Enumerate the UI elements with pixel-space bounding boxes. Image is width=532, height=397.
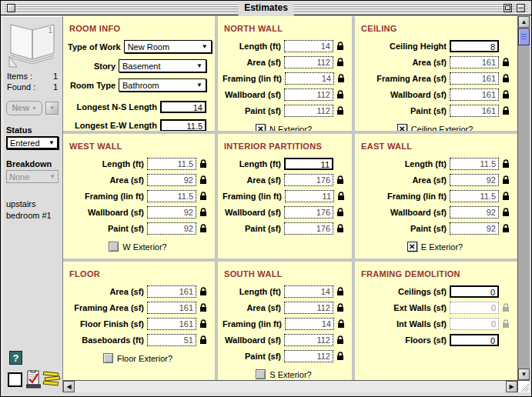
dropdown-story[interactable]: Basement▼ [119,59,206,72]
field-longest-n-s-length[interactable]: 14 [160,101,206,113]
new-button[interactable]: New ▼ [6,101,42,115]
resize-handle[interactable] [517,380,530,392]
field-paint-sf[interactable]: 176 [284,222,333,235]
checkbox-w-exterior[interactable] [109,242,119,252]
lock-icon[interactable] [198,159,208,169]
field-paint-sf[interactable]: 92 [450,222,499,235]
lock-icon[interactable] [335,287,345,297]
lock-icon[interactable] [198,287,208,297]
horizontal-scrollbar[interactable]: ◀ ▶ [63,380,517,392]
field-framing-lin-ft[interactable]: 11.5 [450,190,499,202]
scroll-right-icon[interactable]: ▶ [506,381,517,392]
field-framing-lin-ft[interactable]: 14 [285,72,334,85]
lock-icon[interactable] [198,303,208,313]
checkbox-floor-exterior[interactable] [103,353,113,363]
scroll-up-icon[interactable]: ▲ [518,16,530,28]
lock-icon[interactable] [500,192,510,202]
lock-icon[interactable] [500,90,510,100]
lock-icon[interactable] [500,224,510,234]
lock-icon[interactable] [336,192,346,202]
field-length-ft[interactable]: 11.5 [147,158,196,170]
scroll-down-icon[interactable]: ▼ [518,369,530,380]
field-area-sf[interactable]: 161 [147,285,196,298]
field-wallboard-sf[interactable]: 112 [284,334,333,346]
field-paint-sf[interactable]: 112 [284,350,333,362]
field-wallboard-sf[interactable]: 112 [284,88,333,101]
field-longest-e-w-length[interactable]: 11.5 [160,119,206,131]
field-paint-sf[interactable]: 112 [284,105,333,117]
field-framing-lin-ft[interactable]: 11 [285,190,334,202]
field-paint-sf[interactable]: 92 [147,222,196,235]
lock-icon[interactable] [500,208,510,218]
status-dropdown[interactable]: Entered ▼ [6,136,59,149]
vertical-scroll-thumb[interactable] [518,28,530,45]
lock-icon[interactable] [335,352,345,362]
field-framing-lin-ft[interactable]: 14 [285,318,334,330]
field-framing-lin-ft[interactable]: 11.5 [147,190,196,202]
dropdown-room-type[interactable]: Bathroom▼ [119,78,206,92]
lock-icon[interactable] [335,208,345,218]
collapse-box[interactable] [516,3,526,13]
dropdown-type-of-work[interactable]: New Room▼ [124,40,212,53]
lock-icon[interactable] [336,319,346,329]
lock-icon[interactable] [198,208,208,218]
lock-icon[interactable] [335,106,345,116]
vertical-scrollbar[interactable]: ▲ ▼ [517,16,530,380]
lock-icon[interactable] [335,224,345,234]
lock-icon[interactable] [500,319,510,329]
field-wallboard-sf[interactable]: 161 [450,88,499,101]
lock-icon[interactable] [198,319,208,329]
lock-icon[interactable] [198,175,208,185]
checkbox-e-exterior[interactable]: ✕ [407,242,417,252]
lock-icon[interactable] [335,90,345,100]
field-area-sf[interactable]: 161 [450,56,499,68]
field-area-sf[interactable]: 92 [147,174,196,186]
zoom-box[interactable] [503,3,513,13]
lock-icon[interactable] [500,303,510,313]
folding-ruler-icon[interactable] [42,371,61,386]
field-area-sf[interactable]: 112 [284,302,333,314]
checkbox-n-exterior[interactable]: ✕ [256,124,266,131]
close-box[interactable] [6,3,16,13]
field-framing-area-sf[interactable]: 161 [147,302,196,314]
field-ceiling-height[interactable]: 8 [450,40,499,52]
checkbox-ceiling-exterior[interactable]: ✕ [397,124,407,131]
field-wallboard-sf[interactable]: 92 [450,206,499,219]
lock-icon[interactable] [198,224,208,234]
field-baseboards-ft[interactable]: 51 [147,334,196,346]
field-length-ft[interactable]: 14 [284,285,333,298]
breakdown-dropdown[interactable]: None ▼ [6,170,59,183]
lock-icon[interactable] [335,335,345,345]
field-area-sf[interactable]: 176 [284,174,333,186]
field-paint-sf[interactable]: 161 [450,105,499,117]
new-menu-button[interactable]: ▼ [45,102,59,115]
lock-icon[interactable] [500,159,510,169]
field-area-sf[interactable]: 92 [450,174,499,186]
lock-icon[interactable] [335,175,345,185]
checkbox-s-exterior[interactable] [256,369,266,379]
lock-icon[interactable] [198,335,208,345]
field-int-walls-sf[interactable]: 0 [450,318,499,330]
field-length-ft[interactable]: 11 [284,158,333,170]
field-wallboard-sf[interactable]: 92 [147,206,196,219]
title-bar[interactable]: Estimates [1,1,531,15]
field-floor-finish-sf[interactable]: 161 [147,318,196,330]
help-icon[interactable]: ? [9,351,22,365]
lock-icon[interactable] [336,74,346,84]
lock-icon[interactable] [335,42,345,52]
field-framing-area-sf[interactable]: 161 [450,72,499,85]
lock-icon[interactable] [500,58,510,68]
lock-icon[interactable] [335,58,345,68]
lock-icon[interactable] [198,192,208,202]
lock-icon[interactable] [500,106,510,116]
field-area-sf[interactable]: 112 [284,56,333,68]
field-floors-sf[interactable]: 0 [450,334,499,346]
field-length-ft[interactable]: 11.5 [450,158,499,170]
checklist-icon[interactable] [26,370,41,389]
scroll-left-icon[interactable]: ◀ [63,381,75,392]
lock-icon[interactable] [500,175,510,185]
field-wallboard-sf[interactable]: 176 [284,206,333,219]
field-length-ft[interactable]: 14 [284,40,333,52]
blank-swatch-button[interactable] [8,372,22,387]
lock-icon[interactable] [335,303,345,313]
